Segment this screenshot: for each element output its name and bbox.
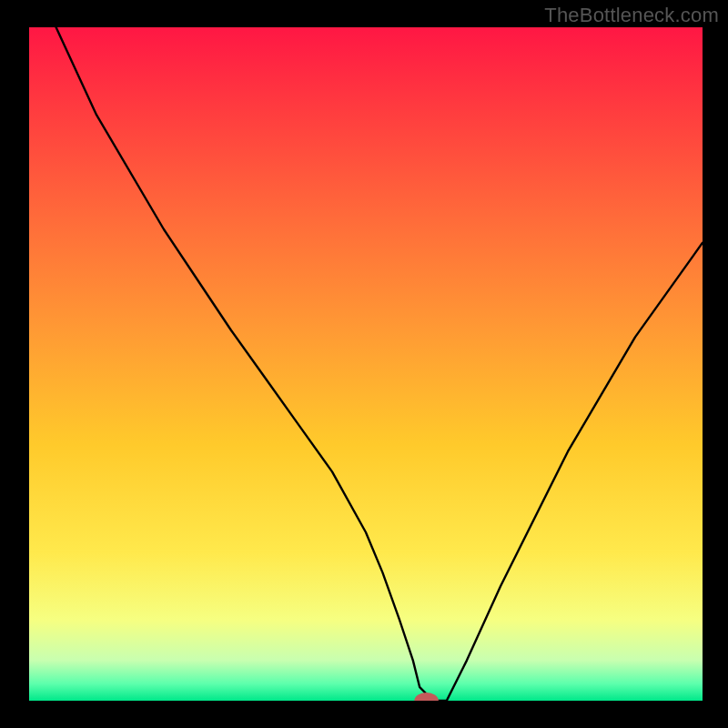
plot-area	[29, 27, 703, 701]
chart-frame: TheBottleneck.com	[0, 0, 728, 728]
watermark-text: TheBottleneck.com	[544, 4, 719, 27]
chart-svg	[29, 27, 703, 701]
heatmap-background	[29, 27, 703, 701]
